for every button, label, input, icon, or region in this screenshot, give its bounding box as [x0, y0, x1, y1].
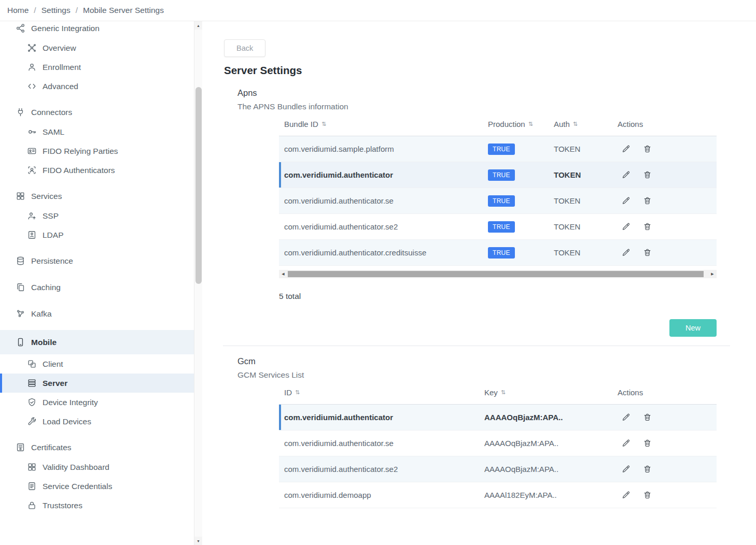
sidebar-item-services[interactable]: Services	[0, 186, 194, 206]
sidebar-item-label: Enrollment	[43, 63, 81, 72]
key-cell: AAAAl182EyM:APA..	[480, 491, 614, 499]
scroll-down-arrow[interactable]: ▼	[194, 537, 202, 545]
sidebar-item-label: Certificates	[31, 443, 72, 452]
breadcrumb-item-settings[interactable]: Settings	[41, 6, 71, 15]
back-button[interactable]: Back	[224, 39, 265, 57]
sidebar-item-caching[interactable]: Caching	[0, 277, 194, 297]
sidebar-item-overview[interactable]: Overview	[0, 38, 194, 58]
breadcrumb-item-mobile-server-settings: Mobile Server Settings	[83, 6, 164, 15]
column-header-auth[interactable]: Auth⇅	[547, 120, 614, 128]
sidebar-scrollbar[interactable]: ▲ ▼	[194, 21, 202, 545]
apns-table-row[interactable]: com.veridiumid.authenticatorTRUETOKEN	[279, 162, 717, 188]
sidebar-item-mobile[interactable]: Mobile	[0, 330, 194, 354]
sidebar-item-advanced[interactable]: Advanced	[0, 77, 194, 96]
person-icon	[27, 62, 37, 72]
sidebar-item-label: SAML	[43, 127, 64, 137]
delete-button[interactable]	[643, 248, 652, 257]
sidebar-item-truststores[interactable]: Truststores	[0, 496, 194, 515]
sidebar-item-persistence[interactable]: Persistence	[0, 251, 194, 271]
scroll-left-arrow[interactable]: ◀	[279, 270, 287, 278]
column-header-id[interactable]: ID⇅	[279, 388, 480, 397]
sidebar-item-ldap[interactable]: LDAP	[0, 225, 194, 245]
edit-button[interactable]	[622, 439, 631, 448]
delete-button[interactable]	[643, 145, 652, 153]
sidebar-scrollbar-thumb[interactable]	[195, 87, 202, 284]
sidebar-item-ssp[interactable]: SSP	[0, 206, 194, 225]
sidebar-item-saml[interactable]: SAML	[0, 122, 194, 141]
sidebar-item-fido-authenticators[interactable]: FIDO Authenticators	[0, 161, 194, 180]
actions-cell	[614, 145, 717, 153]
section-divider	[223, 346, 730, 346]
sidebar-item-server[interactable]: Server	[0, 374, 194, 393]
apns-table-row[interactable]: com.veridiumid.authenticator.se2TRUETOKE…	[279, 214, 717, 240]
sidebar-item-label: Generic Integration	[31, 24, 100, 33]
column-header-bundle-id[interactable]: Bundle ID⇅	[279, 120, 484, 128]
address-book-icon	[27, 230, 37, 240]
sidebar-item-kafka[interactable]: Kafka	[0, 304, 194, 324]
gcm-table-row[interactable]: com.veridiumid.authenticatorAAAAOqBjazM:…	[279, 405, 717, 431]
grid-icon	[27, 462, 37, 472]
sidebar-item-service-credentials[interactable]: Service Credentials	[0, 477, 194, 496]
new-button[interactable]: New	[669, 319, 717, 337]
column-header-key[interactable]: Key⇅	[480, 388, 614, 397]
gcm-table: ID⇅Key⇅Actions com.veridiumid.authentica…	[279, 380, 717, 508]
sidebar-item-connectors[interactable]: Connectors	[0, 102, 194, 122]
gcm-table-row[interactable]: com.veridiumid.demoappAAAAl182EyM:APA..	[279, 482, 717, 508]
sidebar-nav: Generic IntegrationOverviewEnrollmentAdv…	[0, 21, 194, 545]
actions-cell	[614, 222, 717, 231]
shield-check-icon	[27, 397, 37, 407]
sidebar-item-enrollment[interactable]: Enrollment	[0, 58, 194, 77]
scrollbar-thumb[interactable]	[288, 271, 704, 277]
sidebar-item-load-devices[interactable]: Load Devices	[0, 412, 194, 431]
column-header-actions: Actions	[614, 120, 717, 128]
edit-button[interactable]	[622, 170, 631, 179]
edit-button[interactable]	[622, 491, 631, 499]
column-header-production[interactable]: Production⇅	[484, 120, 547, 128]
sidebar-item-label: Truststores	[43, 501, 82, 510]
apns-table-row[interactable]: com.veridiumid.authenticator.creditsuiss…	[279, 240, 717, 266]
gcm-table-row[interactable]: com.veridiumid.authenticator.seAAAAOqBja…	[279, 431, 717, 456]
sort-icon: ⇅	[573, 121, 578, 127]
apns-table-row[interactable]: com.veridiumid.authenticator.seTRUETOKEN	[279, 188, 717, 214]
bundle-id-cell: com.veridiumid.authenticator.creditsuiss…	[279, 248, 484, 257]
scrollbar-track[interactable]	[287, 270, 708, 278]
sidebar-item-client[interactable]: Client	[0, 354, 194, 374]
delete-button[interactable]	[643, 491, 652, 499]
auth-cell: TOKEN	[547, 196, 614, 205]
edit-button[interactable]	[622, 196, 631, 205]
edit-button[interactable]	[622, 413, 631, 422]
server-stack-icon	[27, 378, 37, 388]
scroll-right-arrow[interactable]: ▶	[708, 270, 717, 278]
sidebar-item-device-integrity[interactable]: Device Integrity	[0, 393, 194, 412]
delete-button[interactable]	[643, 465, 652, 474]
delete-button[interactable]	[643, 222, 652, 231]
edit-button[interactable]	[622, 465, 631, 474]
sidebar-item-label: Persistence	[31, 256, 73, 266]
sidebar-item-fido-relying-parties[interactable]: FIDO Relying Parties	[0, 141, 194, 161]
delete-button[interactable]	[643, 413, 652, 422]
edit-button[interactable]	[622, 222, 631, 231]
sidebar-item-label: Service Credentials	[43, 482, 112, 491]
sort-icon: ⇅	[295, 389, 300, 396]
apns-table-body: com.veridiumid.sample.platformTRUETOKENc…	[279, 136, 717, 266]
scroll-up-arrow[interactable]: ▲	[194, 21, 202, 30]
sidebar-item-certificates[interactable]: Certificates	[0, 437, 194, 457]
gcm-table-header: ID⇅Key⇅Actions	[279, 380, 717, 405]
edit-button[interactable]	[622, 145, 631, 153]
person-up-icon	[27, 211, 37, 221]
delete-button[interactable]	[643, 196, 652, 205]
sidebar-item-generic-integration[interactable]: Generic Integration	[0, 21, 194, 38]
delete-button[interactable]	[643, 170, 652, 179]
plug-icon	[16, 107, 25, 117]
edit-button[interactable]	[622, 248, 631, 257]
apns-table-row[interactable]: com.veridiumid.sample.platformTRUETOKEN	[279, 136, 717, 162]
breadcrumb-item-home[interactable]: Home	[7, 6, 29, 15]
delete-button[interactable]	[643, 439, 652, 448]
sidebar-item-label: Device Integrity	[43, 398, 98, 407]
apns-total-count: 5 total	[279, 292, 717, 301]
key-cell: AAAAOqBjazM:APA..	[480, 465, 614, 474]
sidebar-item-validity-dashboard[interactable]: Validity Dashboard	[0, 457, 194, 477]
gcm-table-row[interactable]: com.veridiumid.authenticator.se2AAAAOqBj…	[279, 456, 717, 482]
apns-horizontal-scrollbar[interactable]: ◀ ▶	[279, 270, 717, 278]
actions-cell	[614, 491, 717, 499]
